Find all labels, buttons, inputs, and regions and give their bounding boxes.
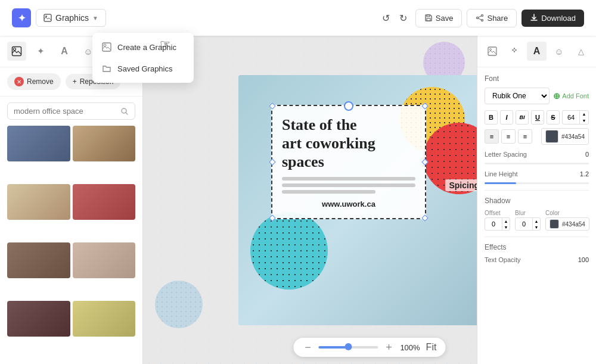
line1 bbox=[282, 177, 415, 181]
saved-graphics-item[interactable]: Saved Graphics bbox=[92, 58, 194, 79]
search-input[interactable] bbox=[14, 107, 116, 116]
right-panel-content: Font Rubik One ⊕ Add Font B I BI U S ▲ ▼ bbox=[477, 67, 596, 275]
logo-icon: ✦ bbox=[12, 8, 31, 27]
image-thumb-3[interactable] bbox=[7, 184, 70, 220]
shadow-blur-arrows: ▲ ▼ bbox=[532, 218, 540, 230]
redo-button[interactable]: ↻ bbox=[396, 9, 411, 27]
svg-point-6 bbox=[477, 17, 479, 19]
shadow-blur-label: Blur bbox=[515, 210, 541, 216]
line-height-slider[interactable] bbox=[485, 182, 589, 184]
line2 bbox=[282, 183, 415, 187]
chevron-down-icon: ▼ bbox=[92, 15, 98, 21]
shadow-blur-down[interactable]: ▼ bbox=[533, 224, 540, 230]
font-size-down[interactable]: ▼ bbox=[580, 117, 588, 124]
remove-x-icon: ✕ bbox=[14, 77, 24, 86]
shadow-blur-input[interactable] bbox=[516, 219, 532, 229]
share-icon bbox=[476, 14, 484, 22]
text-box[interactable]: State of the art coworking spaces www.uw… bbox=[271, 105, 426, 220]
add-font-button[interactable]: ⊕ Add Font bbox=[553, 91, 589, 101]
title-line3: spaces bbox=[282, 153, 324, 170]
right-tool-emoji[interactable]: ☺ bbox=[549, 42, 569, 61]
shadow-offset-up[interactable]: ▲ bbox=[502, 218, 510, 224]
shadow-offset-label: Offset bbox=[485, 210, 510, 216]
bg-blob-bl bbox=[155, 281, 203, 328]
line-height-value: 1.2 bbox=[580, 170, 589, 178]
text-color-picker[interactable]: #434a54 bbox=[541, 128, 589, 145]
saved-graphics-label: Saved Graphics bbox=[117, 64, 173, 73]
shadow-offset-input[interactable] bbox=[485, 219, 502, 229]
image-thumb-6[interactable] bbox=[73, 242, 136, 278]
shadow-color-label: Color bbox=[545, 210, 589, 216]
font-size-up[interactable]: ▲ bbox=[580, 111, 588, 117]
canvas[interactable]: State of the art coworking spaces www.uw… bbox=[238, 75, 501, 325]
svg-point-5 bbox=[482, 20, 483, 21]
undo-redo-group: ↺ ↻ bbox=[378, 9, 411, 27]
left-panel: ✦ A ☺ △ ✕ Remove + Reposition bbox=[0, 36, 143, 364]
add-font-label: Add Font bbox=[562, 92, 589, 99]
right-tool-shape[interactable]: △ bbox=[572, 42, 591, 61]
line-height-fill bbox=[485, 182, 516, 184]
zoom-out-button[interactable]: − bbox=[302, 341, 314, 353]
image-thumb-2[interactable] bbox=[73, 126, 136, 161]
font-size-field[interactable] bbox=[563, 113, 579, 122]
right-tool-magic[interactable] bbox=[504, 42, 524, 61]
underline-button[interactable]: U bbox=[531, 110, 544, 125]
panel-tool-image[interactable] bbox=[7, 42, 26, 61]
canvas-url: www.uwork.ca bbox=[282, 200, 415, 209]
right-image-icon bbox=[488, 46, 497, 56]
create-graphic-label: Create a Graphic bbox=[117, 43, 176, 52]
panel-tool-text[interactable]: A bbox=[55, 42, 74, 61]
letter-spacing-row: Letter Spacing 0 bbox=[485, 151, 589, 158]
save-icon bbox=[424, 14, 433, 22]
graphics-button[interactable]: Graphics ▼ bbox=[36, 9, 106, 27]
image-thumb-8[interactable] bbox=[73, 301, 136, 337]
shadow-offset-group: Offset ▲ ▼ bbox=[485, 210, 510, 231]
share-button[interactable]: Share bbox=[467, 9, 517, 27]
shadow-offset-field: ▲ ▼ bbox=[485, 217, 510, 231]
save-button[interactable]: Save bbox=[415, 9, 462, 27]
zoom-slider-thumb[interactable] bbox=[345, 343, 352, 350]
create-graphic-item[interactable]: Create a Graphic bbox=[92, 36, 194, 58]
font-size-arrows: ▲ ▼ bbox=[579, 111, 588, 124]
remove-label: Remove bbox=[27, 77, 54, 86]
letter-spacing-value: 0 bbox=[585, 151, 589, 158]
shadow-offset-down[interactable]: ▼ bbox=[502, 224, 510, 230]
align-right-button[interactable]: ≡ bbox=[518, 129, 532, 144]
text-box-rotate-handle[interactable] bbox=[344, 101, 353, 111]
image-thumb-7[interactable] bbox=[7, 301, 70, 337]
strikethrough-button[interactable]: S bbox=[547, 110, 560, 125]
align-left-button[interactable]: ≡ bbox=[485, 129, 499, 144]
top-bar: ✦ Graphics ▼ ↺ ↻ Save bbox=[0, 0, 596, 36]
bold-italic-button[interactable]: BI bbox=[516, 110, 529, 125]
svg-point-10 bbox=[14, 48, 16, 51]
image-thumb-4[interactable] bbox=[73, 184, 136, 220]
text-opacity-row: Text Opacity 100 bbox=[485, 256, 589, 263]
shadow-color-picker[interactable]: #434a54 bbox=[545, 217, 589, 231]
bold-button[interactable]: B bbox=[485, 110, 498, 125]
font-size-input: ▲ ▼ bbox=[562, 110, 589, 125]
text-color-swatch bbox=[545, 130, 558, 143]
italic-button[interactable]: I bbox=[500, 110, 513, 125]
image-thumb-5[interactable] bbox=[7, 242, 70, 278]
graphics-dropdown: Create a Graphic Saved Graphics bbox=[92, 33, 194, 83]
shadow-blur-up[interactable]: ▲ bbox=[533, 218, 540, 224]
image-thumb-1[interactable] bbox=[7, 126, 70, 161]
right-tool-image[interactable] bbox=[482, 42, 502, 61]
download-button[interactable]: Download bbox=[522, 10, 584, 27]
title-line2: art coworking bbox=[282, 135, 375, 152]
font-select[interactable]: Rubik One bbox=[485, 88, 550, 104]
letter-spacing-slider[interactable] bbox=[485, 163, 589, 164]
zoom-slider[interactable] bbox=[319, 346, 378, 349]
undo-button[interactable]: ↺ bbox=[378, 9, 393, 27]
download-icon bbox=[530, 14, 538, 22]
font-section-label: Font bbox=[485, 74, 589, 83]
align-center-button[interactable]: ≡ bbox=[501, 129, 516, 144]
share-label: Share bbox=[487, 14, 508, 23]
panel-tool-magic[interactable]: ✦ bbox=[31, 42, 50, 61]
remove-button[interactable]: ✕ Remove bbox=[7, 73, 61, 90]
zoom-slider-fill bbox=[319, 346, 349, 349]
right-tool-text[interactable]: A bbox=[527, 42, 547, 61]
fit-button[interactable]: Fit bbox=[426, 341, 437, 353]
shadow-inputs: Offset ▲ ▼ Blur ▲ ▼ bbox=[485, 210, 589, 231]
zoom-in-button[interactable]: + bbox=[383, 341, 395, 353]
